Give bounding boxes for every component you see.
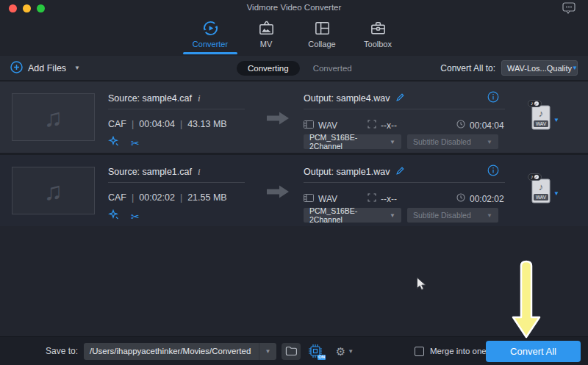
save-path-select[interactable]: /Users/ihappyacethinker/Movies/Converted…: [84, 343, 276, 360]
source-label: Source: sample1.caf: [108, 167, 192, 177]
divider: [108, 109, 245, 109]
converter-icon: [201, 19, 220, 37]
svg-text:WAV: WAV: [536, 121, 547, 126]
svg-text:♪: ♪: [539, 181, 544, 192]
format-icon: [304, 120, 314, 131]
window-title: Vidmore Video Converter: [0, 3, 588, 12]
chevron-down-icon: ▼: [487, 139, 492, 145]
audio-thumbnail: ♫: [12, 93, 95, 141]
tab-mv-label: MV: [260, 40, 273, 48]
audio-format-badge: ♪✓: [528, 100, 542, 107]
rename-pencil-icon[interactable]: [395, 93, 405, 104]
audio-format-badge: ♪✓: [528, 173, 542, 181]
audio-codec-select[interactable]: PCM_S16BE-2Channel ▼: [304, 208, 401, 223]
feedback-icon[interactable]: [562, 2, 576, 17]
mv-icon: [257, 19, 276, 37]
mouse-cursor: [416, 277, 426, 294]
titlebar: Vidmore Video Converter: [0, 0, 588, 16]
output-duration: 00:04:04: [470, 120, 504, 131]
tab-toolbox-label: Toolbox: [364, 40, 392, 48]
flow-arrow-icon: [265, 111, 290, 129]
tab-collage[interactable]: Collage: [294, 19, 350, 54]
convert-all-to-value: WAV-Los...Quality: [507, 64, 572, 73]
subtitle-select[interactable]: Subtitle Disabled ▼: [407, 208, 498, 223]
divider: [108, 182, 245, 183]
source-duration: 00:02:02: [139, 192, 175, 203]
resolution-icon: [368, 120, 376, 131]
convert-all-button[interactable]: Convert All: [486, 341, 581, 362]
audio-codec-select[interactable]: PCM_S16BE-2Channel ▼: [304, 134, 401, 149]
settings-button[interactable]: ⚙ ▼: [330, 343, 359, 360]
tab-converter-label: Converter: [193, 40, 228, 48]
save-to-label: Save to:: [46, 346, 78, 356]
source-format: CAF: [108, 192, 126, 203]
rename-pencil-icon[interactable]: [395, 166, 405, 178]
convert-all-to-label: Convert All to:: [440, 63, 495, 73]
divider: [304, 182, 505, 183]
cut-scissors-icon[interactable]: ✂: [131, 138, 140, 148]
converting-tab[interactable]: Converting: [237, 61, 300, 76]
add-files-button[interactable]: Add Files ▼: [10, 61, 80, 76]
file-row-sample4[interactable]: ♫ Source: sample4.caf i CAF | 00:04:04 |…: [0, 82, 588, 153]
source-label: Source: sample4.caf: [108, 93, 192, 104]
convert-all-to-select[interactable]: WAV-Los...Quality ▼: [501, 60, 578, 76]
output-label: Output: sample1.wav: [304, 167, 390, 177]
merge-checkbox[interactable]: [415, 347, 424, 356]
output-info-icon[interactable]: [487, 91, 499, 106]
add-files-caret-icon[interactable]: ▼: [74, 65, 80, 71]
resolution-icon: [368, 193, 376, 204]
footer-bar: Save to: /Users/ihappyacethinker/Movies/…: [0, 336, 588, 365]
output-file-icon[interactable]: ♪ WAV ♪✓: [531, 178, 551, 203]
output-file-icon[interactable]: ♪ WAV ♪✓: [531, 105, 551, 130]
main-nav: Converter MV: [0, 16, 588, 56]
subtitle-select[interactable]: Subtitle Disabled ▼: [407, 134, 498, 149]
app-window: Vidmore Video Converter: [0, 0, 588, 365]
source-format: CAF: [108, 119, 126, 129]
cut-scissors-icon[interactable]: ✂: [131, 212, 140, 222]
output-resolution: --x--: [381, 194, 397, 204]
svg-text:♪: ♪: [539, 108, 544, 119]
tab-toolbox[interactable]: Toolbox: [350, 19, 406, 54]
chevron-down-icon: ▼: [390, 139, 395, 145]
collage-icon: [313, 19, 331, 37]
clock-icon: [456, 120, 465, 131]
gear-icon: ⚙: [336, 346, 345, 357]
output-format: WAV: [318, 194, 337, 204]
edit-wand-icon[interactable]: [108, 209, 119, 223]
flow-arrow-icon: [265, 184, 290, 202]
open-folder-button[interactable]: [282, 343, 301, 360]
chevron-down-icon: ▼: [572, 65, 578, 71]
tab-converter[interactable]: Converter: [182, 19, 238, 54]
hardware-acceleration-icon[interactable]: ON: [306, 343, 325, 360]
toolbox-icon: [369, 19, 387, 37]
profile-chevron-icon[interactable]: ▼: [553, 190, 559, 197]
format-icon: [304, 194, 314, 204]
profile-chevron-icon[interactable]: ▼: [553, 117, 559, 123]
active-tab-underline: [183, 52, 237, 54]
source-size: 43.13 MB: [187, 119, 227, 129]
chevron-down-icon: ▼: [348, 348, 354, 355]
audio-thumbnail: ♫: [12, 167, 95, 214]
music-note-icon: ♫: [44, 105, 63, 130]
source-info-icon[interactable]: i: [198, 166, 201, 178]
converted-tab[interactable]: Converted: [313, 64, 352, 73]
file-list: ♫ Source: sample4.caf i CAF | 00:04:04 |…: [0, 80, 588, 226]
output-format: WAV: [318, 120, 337, 131]
toolbar: Add Files ▼ Converting Converted Convert…: [0, 56, 588, 80]
edit-wand-icon[interactable]: [108, 136, 119, 150]
divider: [304, 109, 505, 109]
file-row-sample1[interactable]: ♫ Source: sample1.caf i CAF | 00:02:02 |…: [0, 155, 588, 226]
clock-icon: [456, 193, 465, 204]
tab-mv[interactable]: MV: [238, 19, 294, 54]
add-files-label: Add Files: [28, 63, 66, 73]
output-resolution: --x--: [381, 120, 397, 131]
output-info-icon[interactable]: [487, 165, 499, 179]
chip-on-label: ON: [318, 355, 326, 360]
svg-text:WAV: WAV: [536, 195, 547, 200]
save-path-value: /Users/ihappyacethinker/Movies/Converted: [84, 347, 259, 355]
music-note-icon: ♫: [44, 178, 63, 203]
source-info-icon[interactable]: i: [198, 93, 201, 104]
chevron-down-icon: ▼: [390, 212, 395, 219]
plus-circle-icon: [10, 61, 23, 76]
tab-collage-label: Collage: [308, 40, 335, 48]
